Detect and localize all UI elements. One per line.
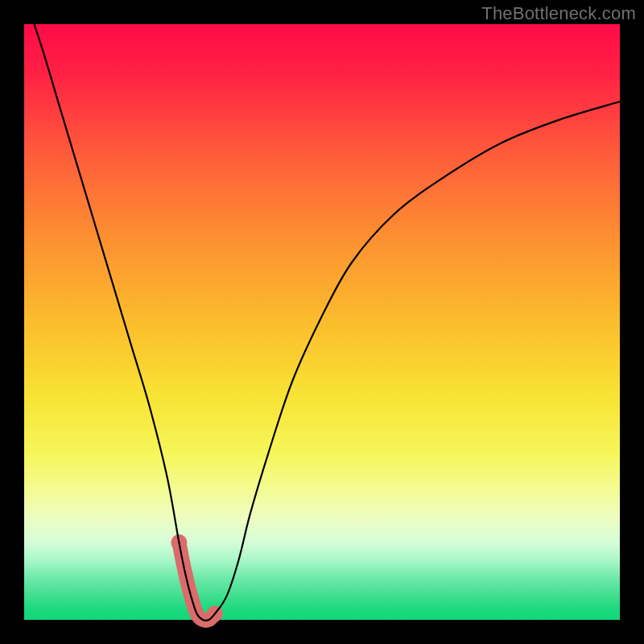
plot-area: [24, 24, 620, 620]
curve-svg: [24, 24, 620, 620]
chart-frame: TheBottleneck.com: [0, 0, 644, 644]
bottleneck-curve: [24, 0, 620, 621]
watermark-text: TheBottleneck.com: [481, 3, 636, 24]
